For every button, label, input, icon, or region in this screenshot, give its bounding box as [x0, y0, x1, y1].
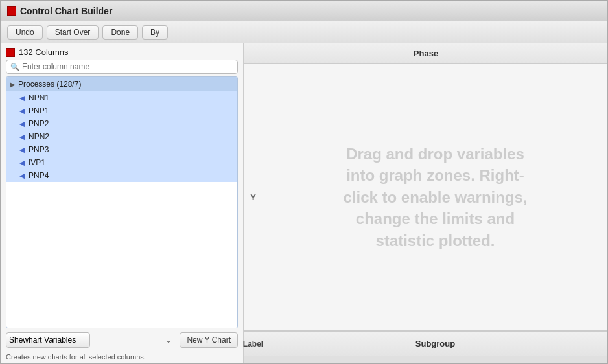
triangle-icon: ▶: [10, 81, 16, 88]
undo-button[interactable]: Undo: [7, 25, 43, 40]
start-over-button[interactable]: Start Over: [47, 25, 99, 40]
list-item[interactable]: ◀ PNP4: [6, 169, 237, 182]
chart-type-wrapper[interactable]: Shewhart Variables: [6, 332, 176, 348]
drop-zone-text: Drag and drop variablesinto graph zones.…: [343, 143, 527, 252]
variable-tree[interactable]: ▶ Processes (128/7) ◀ NPN1 ◀ PNP1 ◀ PNP2…: [6, 76, 238, 328]
columns-count: 132 Columns: [19, 47, 69, 57]
variable-icon: ◀: [19, 159, 25, 167]
by-button[interactable]: By: [142, 25, 168, 40]
item-label: PNP3: [29, 145, 49, 154]
bottom-controls: Shewhart Variables New Y Chart: [1, 328, 243, 352]
search-input[interactable]: [22, 62, 233, 71]
columns-header: 132 Columns: [1, 43, 243, 60]
list-item[interactable]: ◀ PNP2: [6, 117, 237, 130]
list-item[interactable]: ◀ IVP1: [6, 156, 237, 169]
tooltip-bar: Creates new charts for all selected colu…: [1, 352, 243, 363]
y-axis-label: Y: [250, 192, 256, 202]
search-icon: 🔍: [10, 63, 19, 71]
item-label: PNP1: [29, 106, 49, 115]
item-label: NPN1: [29, 93, 49, 102]
main-content: 132 Columns 🔍 ▶ Processes (128/7) ◀ NPN1…: [1, 43, 607, 363]
variable-icon: ◀: [19, 107, 25, 115]
list-item[interactable]: ◀ PNP1: [6, 104, 237, 117]
item-label: PNP4: [29, 171, 49, 180]
variable-icon: ◀: [19, 133, 25, 141]
variable-icon: ◀: [19, 94, 25, 102]
list-item[interactable]: ◀ NPN2: [6, 130, 237, 143]
label-text: Label: [243, 339, 263, 348]
subgroup-cell: Subgroup: [263, 331, 607, 356]
variable-icon: ◀: [19, 172, 25, 180]
title-bar-icon: [7, 6, 16, 16]
done-button[interactable]: Done: [102, 25, 138, 40]
subgroup-label: Subgroup: [415, 339, 455, 348]
main-window: Control Chart Builder Undo Start Over Do…: [0, 0, 608, 364]
window-title: Control Chart Builder: [20, 6, 112, 16]
columns-icon: [6, 48, 15, 57]
label-cell: Label: [244, 331, 263, 356]
tooltip-text: Creates new charts for all selected colu…: [6, 353, 146, 361]
right-panel: Phase Y Drag and drop variablesinto grap…: [244, 43, 607, 363]
list-item[interactable]: ◀ NPN1: [6, 91, 237, 104]
tree-group-label: Processes (128/7): [18, 80, 81, 89]
search-bar[interactable]: 🔍: [6, 60, 238, 74]
bottom-row: Label Subgroup: [244, 331, 607, 356]
y-label-area: Y: [244, 64, 263, 331]
horizontal-scrollbar[interactable]: [244, 356, 607, 363]
phase-header: Phase: [244, 43, 607, 64]
chart-area[interactable]: Y Drag and drop variablesinto graph zone…: [244, 64, 607, 331]
variable-icon: ◀: [19, 120, 25, 128]
phase-label: Phase: [414, 49, 438, 58]
left-panel: 132 Columns 🔍 ▶ Processes (128/7) ◀ NPN1…: [1, 43, 244, 363]
title-bar: Control Chart Builder: [1, 1, 607, 21]
item-label: IVP1: [29, 158, 45, 167]
item-label: PNP2: [29, 119, 49, 128]
list-item[interactable]: ◀ PNP3: [6, 143, 237, 156]
drop-zone[interactable]: Drag and drop variablesinto graph zones.…: [263, 64, 607, 331]
variable-icon: ◀: [19, 146, 25, 154]
new-y-chart-button[interactable]: New Y Chart: [180, 332, 238, 348]
chart-type-select[interactable]: Shewhart Variables: [6, 332, 90, 348]
tree-group-header[interactable]: ▶ Processes (128/7): [6, 77, 237, 91]
toolbar: Undo Start Over Done By: [1, 21, 607, 43]
item-label: NPN2: [29, 132, 49, 141]
